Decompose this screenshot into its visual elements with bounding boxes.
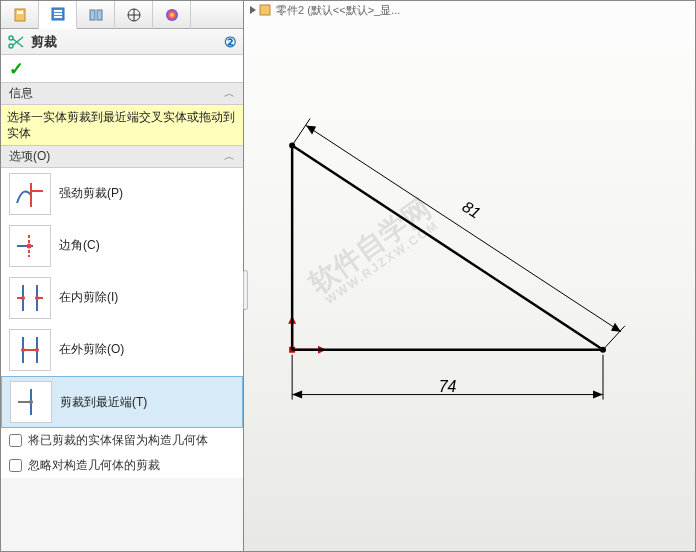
help-icon[interactable]: ②: [224, 34, 237, 50]
dim-value: 74: [439, 378, 457, 395]
svg-marker-49: [306, 126, 316, 135]
svg-point-31: [35, 348, 39, 352]
svg-rect-0: [15, 9, 25, 21]
scissors-icon: [7, 33, 25, 51]
panel-tab-strip: [1, 1, 243, 29]
svg-point-34: [29, 400, 33, 404]
power-trim-icon: [9, 173, 51, 215]
svg-point-30: [21, 348, 25, 352]
svg-marker-55: [593, 391, 603, 399]
trim-options-list: 强劲剪裁(P) 边角(C) 在内剪除(I) 在外剪除(O): [1, 168, 243, 428]
tab-property-manager[interactable]: [39, 1, 77, 29]
collapse-icon: ︿: [224, 149, 235, 164]
option-power-trim[interactable]: 强劲剪裁(P): [1, 168, 243, 220]
svg-line-47: [292, 119, 310, 146]
option-label: 在内剪除(I): [59, 289, 118, 306]
trim-outside-icon: [9, 329, 51, 371]
svg-rect-5: [54, 16, 62, 18]
graphics-viewport[interactable]: 零件2 (默认<<默认>_显... 软件自学网 WWW.RJZXW.COM: [244, 1, 695, 551]
info-section-header[interactable]: 信息 ︿: [1, 83, 243, 105]
options-header-label: 选项(O): [9, 148, 50, 165]
panel-resize-handle[interactable]: [243, 270, 248, 310]
option-trim-inside[interactable]: 在内剪除(I): [1, 272, 243, 324]
sketch-origin: [288, 316, 326, 354]
trim-inside-icon: [9, 277, 51, 319]
svg-rect-7: [97, 10, 102, 20]
checkbox-input[interactable]: [9, 434, 22, 447]
dimension-base[interactable]: 74: [292, 355, 603, 400]
tab-feature-tree[interactable]: [1, 1, 39, 29]
trim-nearest-icon: [10, 381, 52, 423]
option-label: 在外剪除(O): [59, 341, 124, 358]
svg-rect-1: [17, 11, 23, 14]
sketch-triangle[interactable]: [289, 142, 606, 352]
option-trim-nearest[interactable]: 剪裁到最近端(T): [1, 376, 243, 428]
svg-point-26: [35, 296, 39, 300]
panel-title-row: 剪裁 ②: [1, 29, 243, 55]
dimension-hypotenuse[interactable]: 81: [292, 119, 625, 350]
svg-point-11: [166, 9, 178, 21]
ok-button[interactable]: ✓: [9, 58, 24, 80]
checkbox-label: 将已剪裁的实体保留为构造几何体: [28, 432, 208, 449]
dim-value: 81: [459, 198, 483, 222]
checkbox-label: 忽略对构造几何体的剪裁: [28, 457, 160, 474]
tab-dimxpert[interactable]: [115, 1, 153, 29]
info-header-label: 信息: [9, 85, 33, 102]
options-section-header[interactable]: 选项(O) ︿: [1, 146, 243, 168]
tab-configurations[interactable]: [77, 1, 115, 29]
svg-line-42: [292, 145, 603, 349]
option-label: 剪裁到最近端(T): [60, 394, 147, 411]
checkbox-ignore-construction[interactable]: 忽略对构造几何体的剪裁: [1, 453, 243, 478]
svg-marker-50: [611, 323, 621, 332]
option-label: 边角(C): [59, 237, 100, 254]
collapse-icon: ︿: [224, 86, 235, 101]
svg-point-12: [9, 36, 13, 40]
svg-marker-54: [292, 391, 302, 399]
sketch-canvas[interactable]: 81 74: [244, 1, 695, 551]
property-panel: 剪裁 ② ✓ 信息 ︿ 选择一实体剪裁到最近端交叉实体或拖动到实体 选项(O) …: [1, 1, 244, 551]
svg-rect-3: [54, 10, 62, 12]
option-trim-outside[interactable]: 在外剪除(O): [1, 324, 243, 376]
svg-point-25: [21, 296, 25, 300]
svg-line-46: [306, 126, 621, 332]
svg-rect-6: [90, 10, 95, 20]
svg-point-13: [9, 44, 13, 48]
svg-rect-4: [54, 13, 62, 15]
info-message: 选择一实体剪裁到最近端交叉实体或拖动到实体: [1, 105, 243, 146]
confirm-row: ✓: [1, 55, 243, 83]
corner-icon: [9, 225, 51, 267]
checkbox-keep-construction[interactable]: 将已剪裁的实体保留为构造几何体: [1, 428, 243, 453]
panel-title: 剪裁: [31, 33, 224, 51]
svg-point-20: [27, 243, 32, 248]
checkbox-input[interactable]: [9, 459, 22, 472]
tab-appearance[interactable]: [153, 1, 191, 29]
option-label: 强劲剪裁(P): [59, 185, 123, 202]
option-corner[interactable]: 边角(C): [1, 220, 243, 272]
